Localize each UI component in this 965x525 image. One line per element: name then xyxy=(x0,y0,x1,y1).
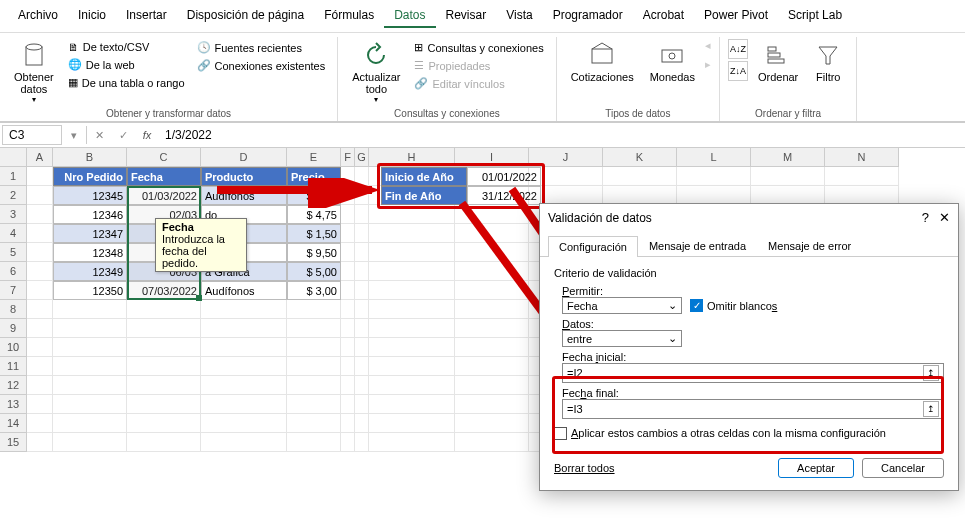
cell[interactable] xyxy=(27,167,53,186)
cell[interactable] xyxy=(355,300,369,319)
cell[interactable] xyxy=(455,338,529,357)
col-header-k[interactable]: K xyxy=(603,148,677,167)
cell[interactable] xyxy=(455,281,529,300)
cell[interactable] xyxy=(369,300,455,319)
select-all-corner[interactable] xyxy=(0,148,26,167)
cell[interactable] xyxy=(27,300,53,319)
refresh-all-button[interactable]: Actualizar todo ▾ xyxy=(346,39,406,106)
cell[interactable] xyxy=(355,224,369,243)
cell[interactable] xyxy=(27,338,53,357)
col-header-l[interactable]: L xyxy=(677,148,751,167)
col-header-g[interactable]: G xyxy=(355,148,369,167)
tab-configuracion[interactable]: Configuración xyxy=(548,236,638,257)
cell[interactable] xyxy=(53,433,127,452)
cell[interactable] xyxy=(53,319,127,338)
fx-icon[interactable]: fx xyxy=(135,129,159,141)
cell[interactable] xyxy=(369,224,455,243)
cell[interactable] xyxy=(355,433,369,452)
cell[interactable] xyxy=(341,433,355,452)
help-button[interactable]: ? xyxy=(922,210,929,225)
cell[interactable] xyxy=(27,395,53,414)
row-header[interactable]: 14 xyxy=(0,414,26,433)
cell[interactable] xyxy=(455,205,529,224)
table-header[interactable]: Producto xyxy=(201,167,287,186)
col-header-f[interactable]: F xyxy=(341,148,355,167)
nav-right-icon[interactable]: ▸ xyxy=(705,58,711,71)
cell[interactable] xyxy=(287,338,341,357)
cell[interactable] xyxy=(341,376,355,395)
nav-left-icon[interactable]: ◂ xyxy=(705,39,711,52)
cell[interactable] xyxy=(201,300,287,319)
table-cell[interactable]: $ 3,00 xyxy=(287,186,341,205)
cell[interactable] xyxy=(455,262,529,281)
cell[interactable] xyxy=(27,262,53,281)
cell[interactable] xyxy=(127,433,201,452)
queries-conn-button[interactable]: ⊞Consultas y conexiones xyxy=(410,39,547,56)
table-cell[interactable]: 12350 xyxy=(53,281,127,300)
sort-button[interactable]: Ordenar xyxy=(752,39,804,85)
from-table-button[interactable]: ▦De una tabla o rango xyxy=(64,74,189,91)
cell[interactable] xyxy=(455,319,529,338)
table-cell[interactable]: 12348 xyxy=(53,243,127,262)
cell[interactable] xyxy=(27,433,53,452)
menu-programador[interactable]: Programador xyxy=(543,4,633,28)
cell[interactable] xyxy=(355,357,369,376)
from-text-csv-button[interactable]: 🗎De texto/CSV xyxy=(64,39,189,55)
cell[interactable] xyxy=(341,205,355,224)
table-cell[interactable]: 01/01/2022 xyxy=(467,167,541,186)
cell[interactable] xyxy=(355,376,369,395)
cell[interactable] xyxy=(677,167,751,186)
tab-mensaje-entrada[interactable]: Mensaje de entrada xyxy=(638,235,757,256)
row-header[interactable]: 3 xyxy=(0,205,26,224)
properties-button[interactable]: ☰Propiedades xyxy=(410,57,547,74)
table-cell[interactable]: 12346 xyxy=(53,205,127,224)
table-cell[interactable]: Audífonos xyxy=(201,281,287,300)
cell[interactable] xyxy=(341,262,355,281)
cell[interactable] xyxy=(369,243,455,262)
cell[interactable] xyxy=(341,167,355,186)
cell[interactable] xyxy=(455,357,529,376)
cell[interactable] xyxy=(369,433,455,452)
cell[interactable] xyxy=(369,319,455,338)
col-header-m[interactable]: M xyxy=(751,148,825,167)
cell[interactable] xyxy=(287,433,341,452)
table-cell[interactable]: $ 5,00 xyxy=(287,262,341,281)
cell[interactable] xyxy=(369,395,455,414)
cell[interactable] xyxy=(201,395,287,414)
close-button[interactable]: ✕ xyxy=(939,210,950,225)
table-cell[interactable]: 12347 xyxy=(53,224,127,243)
col-header-c[interactable]: C xyxy=(127,148,201,167)
cell[interactable] xyxy=(341,357,355,376)
sort-asc-button[interactable]: A↓Z xyxy=(728,39,748,59)
cell[interactable] xyxy=(201,357,287,376)
cell[interactable] xyxy=(355,167,369,186)
cell[interactable] xyxy=(355,205,369,224)
tab-mensaje-error[interactable]: Mensaje de error xyxy=(757,235,862,256)
cell[interactable] xyxy=(341,300,355,319)
cell[interactable] xyxy=(355,281,369,300)
cell[interactable] xyxy=(27,319,53,338)
cell[interactable] xyxy=(27,186,53,205)
table-cell[interactable]: $ 1,50 xyxy=(287,224,341,243)
aceptar-button[interactable]: Aceptar xyxy=(778,458,854,478)
cell[interactable] xyxy=(455,414,529,433)
menu-revisar[interactable]: Revisar xyxy=(436,4,497,28)
row-header[interactable]: 5 xyxy=(0,243,26,262)
edit-links-button[interactable]: 🔗Editar vínculos xyxy=(410,75,547,92)
cell[interactable] xyxy=(369,414,455,433)
row-header[interactable]: 6 xyxy=(0,262,26,281)
existing-conn-button[interactable]: 🔗Conexiones existentes xyxy=(193,57,330,74)
row-header[interactable]: 11 xyxy=(0,357,26,376)
table-cell[interactable]: Audífonos xyxy=(201,186,287,205)
cell[interactable] xyxy=(355,319,369,338)
sort-desc-button[interactable]: Z↓A xyxy=(728,61,748,81)
cell[interactable] xyxy=(127,395,201,414)
from-web-button[interactable]: 🌐De la web xyxy=(64,56,189,73)
cell[interactable] xyxy=(53,395,127,414)
cell[interactable] xyxy=(27,414,53,433)
table-header[interactable]: Fecha xyxy=(127,167,201,186)
filter-button[interactable]: Filtro xyxy=(808,39,848,85)
cancel-icon[interactable]: ✕ xyxy=(87,129,111,142)
recent-sources-button[interactable]: 🕓Fuentes recientes xyxy=(193,39,330,56)
table-cell[interactable]: 31/12/2022 xyxy=(467,186,541,205)
